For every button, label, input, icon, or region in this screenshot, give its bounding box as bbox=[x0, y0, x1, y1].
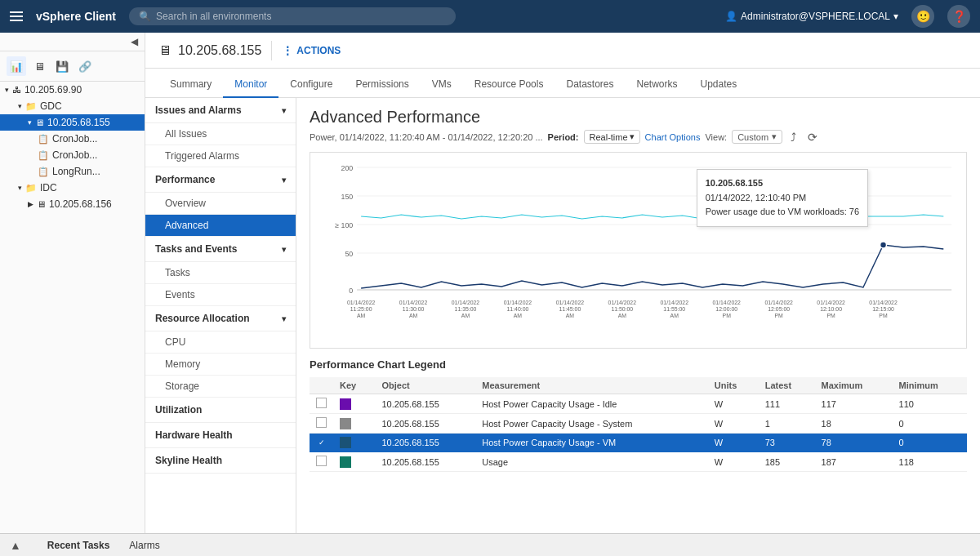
legend-minimum: 118 bbox=[893, 452, 967, 472]
menu-section-utilization[interactable]: Utilization bbox=[145, 398, 296, 423]
tasks-events-label: Tasks and Events bbox=[155, 243, 238, 255]
tree-item-root[interactable]: ▾ 🖧 10.205.69.90 bbox=[0, 82, 145, 98]
svg-text:12:05:00: 12:05:00 bbox=[768, 306, 790, 312]
tab-vms[interactable]: VMs bbox=[421, 72, 463, 98]
svg-text:200: 200 bbox=[341, 164, 354, 172]
search-bar[interactable]: 🔍 bbox=[129, 7, 456, 25]
app-name: vSphere Client bbox=[36, 10, 116, 23]
legend-key bbox=[333, 414, 375, 434]
folder-icon: 📁 bbox=[25, 101, 37, 112]
legend-object: 10.205.68.155 bbox=[375, 414, 475, 434]
tree-label: CronJob... bbox=[52, 149, 97, 161]
user-icon: 👤 bbox=[725, 11, 737, 22]
row-checkbox-1[interactable] bbox=[316, 417, 327, 428]
svg-text:PM: PM bbox=[774, 313, 783, 318]
folder-icon: 📁 bbox=[25, 183, 37, 193]
username: Administrator@VSPHERE.LOCAL bbox=[741, 11, 890, 22]
legend-row[interactable]: 10.205.68.155 Usage W 185 187 118 bbox=[310, 452, 967, 472]
tree-label: CronJob... bbox=[52, 133, 97, 145]
user-menu[interactable]: 👤 Administrator@VSPHERE.LOCAL ▾ bbox=[725, 11, 898, 22]
color-swatch-0 bbox=[340, 398, 351, 410]
tab-alarms[interactable]: Alarms bbox=[129, 540, 159, 551]
tab-datastores[interactable]: Datastores bbox=[555, 72, 625, 98]
feedback-icon[interactable]: 🙂 bbox=[911, 5, 934, 28]
menu-section-issues[interactable]: Issues and Alarms ▾ bbox=[145, 98, 296, 123]
menu-item-overview[interactable]: Overview bbox=[145, 193, 296, 215]
menu-item-triggered-alarms[interactable]: Triggered Alarms bbox=[145, 145, 296, 167]
legend-col-units: Units bbox=[708, 377, 759, 394]
tree-icon-vms[interactable]: 🖥 bbox=[29, 56, 49, 76]
menu-item-all-issues[interactable]: All Issues bbox=[145, 123, 296, 145]
legend-checkbox[interactable]: ✓ bbox=[310, 434, 333, 452]
menu-item-memory[interactable]: Memory bbox=[145, 354, 296, 376]
legend-row[interactable]: ✓ 10.205.68.155 Host Power Capacity Usag… bbox=[310, 434, 967, 452]
tree-icon-networks[interactable]: 🔗 bbox=[75, 56, 95, 76]
tree-item-gdc[interactable]: ▾ 📁 GDC bbox=[0, 98, 145, 114]
tree-label: 10.205.68.155 bbox=[47, 117, 110, 128]
legend-minimum: 0 bbox=[893, 414, 967, 434]
row-checkbox-0[interactable] bbox=[316, 398, 327, 408]
svg-text:01/14/2022: 01/14/2022 bbox=[452, 300, 480, 305]
svg-text:PM: PM bbox=[826, 313, 835, 318]
legend-row[interactable]: 10.205.68.155 Host Power Capacity Usage … bbox=[310, 414, 967, 434]
help-icon[interactable]: ❓ bbox=[947, 5, 970, 28]
tree-item-longrun[interactable]: 📋 LongRun... bbox=[0, 163, 145, 180]
resource-chevron: ▾ bbox=[282, 314, 286, 323]
tab-permissions[interactable]: Permissions bbox=[344, 72, 420, 98]
view-select[interactable]: Custom ▾ bbox=[732, 130, 782, 144]
right-content: Advanced Performance Power, 01/14/2022, … bbox=[296, 98, 980, 533]
legend-measurement: Host Power Capacity Usage - Idle bbox=[475, 394, 708, 414]
period-select[interactable]: Real-time ▾ bbox=[584, 130, 640, 144]
hardware-health-label: Hardware Health bbox=[155, 429, 233, 441]
tab-resource-pools[interactable]: Resource Pools bbox=[463, 72, 555, 98]
tree-icon-storage[interactable]: 💾 bbox=[52, 56, 72, 76]
tab-updates[interactable]: Updates bbox=[689, 72, 749, 98]
menu-section-resource-allocation[interactable]: Resource Allocation ▾ bbox=[145, 306, 296, 331]
tree-label: LongRun... bbox=[52, 166, 100, 177]
menu-section-hardware-health[interactable]: Hardware Health bbox=[145, 423, 296, 448]
legend-minimum: 110 bbox=[893, 394, 967, 414]
tab-monitor[interactable]: Monitor bbox=[223, 72, 278, 98]
tab-summary[interactable]: Summary bbox=[158, 72, 223, 98]
svg-text:11:30:00: 11:30:00 bbox=[403, 306, 425, 312]
tree-label: GDC bbox=[40, 100, 62, 112]
object-header: 🖥 10.205.68.155 ⋮ ACTIONS bbox=[145, 33, 980, 69]
refresh-icon[interactable]: ⟳ bbox=[804, 131, 821, 144]
tree-item-host2[interactable]: ▶ 🖥 10.205.68.156 bbox=[0, 196, 145, 212]
collapse-sidebar-icon[interactable]: ◀ bbox=[131, 36, 138, 47]
menu-item-tasks[interactable]: Tasks bbox=[145, 262, 296, 284]
svg-text:AM: AM bbox=[461, 313, 470, 318]
legend-checkbox[interactable] bbox=[310, 394, 333, 414]
tab-networks[interactable]: Networks bbox=[626, 72, 689, 98]
app-logo: vSphere Client bbox=[36, 10, 116, 23]
menu-item-events[interactable]: Events bbox=[145, 284, 296, 306]
menu-item-advanced[interactable]: Advanced bbox=[145, 215, 296, 237]
tree-item-idc[interactable]: ▾ 📁 IDC bbox=[0, 180, 145, 196]
actions-button[interactable]: ⋮ ACTIONS bbox=[282, 44, 341, 57]
object-icon: 🖥 bbox=[158, 43, 172, 58]
tree-icon-inventory[interactable]: 📊 bbox=[7, 56, 26, 76]
tree-item-cronjob2[interactable]: 📋 CronJob... bbox=[0, 147, 145, 163]
legend-row[interactable]: 10.205.68.155 Host Power Capacity Usage … bbox=[310, 394, 967, 414]
legend-checkbox[interactable] bbox=[310, 414, 333, 434]
hamburger-menu[interactable] bbox=[10, 11, 23, 21]
advanced-perf-title: Advanced Performance bbox=[310, 108, 967, 127]
tree-item-cronjob1[interactable]: 📋 CronJob... bbox=[0, 131, 145, 147]
search-input[interactable] bbox=[156, 11, 446, 22]
color-swatch-2 bbox=[340, 437, 351, 448]
export-icon[interactable]: ⤴ bbox=[787, 131, 800, 144]
row-checkbox-3[interactable] bbox=[316, 456, 327, 466]
bottom-bar: ▲ Recent Tasks Alarms bbox=[0, 533, 980, 556]
chart-options-link[interactable]: Chart Options bbox=[645, 132, 701, 142]
tree-item-host1[interactable]: ▾ 🖥 10.205.68.155 bbox=[0, 114, 145, 131]
expand-bottom-icon[interactable]: ▲ bbox=[10, 539, 21, 552]
tab-recent-tasks[interactable]: Recent Tasks bbox=[47, 540, 109, 551]
menu-section-skyline-health[interactable]: Skyline Health bbox=[145, 448, 296, 474]
menu-item-storage[interactable]: Storage bbox=[145, 376, 296, 398]
row-checkbox-2[interactable]: ✓ bbox=[316, 438, 327, 448]
menu-section-performance[interactable]: Performance ▾ bbox=[145, 167, 296, 193]
menu-item-cpu[interactable]: CPU bbox=[145, 331, 296, 354]
menu-section-tasks-events[interactable]: Tasks and Events ▾ bbox=[145, 237, 296, 262]
tab-configure[interactable]: Configure bbox=[278, 72, 344, 98]
legend-checkbox[interactable] bbox=[310, 452, 333, 472]
